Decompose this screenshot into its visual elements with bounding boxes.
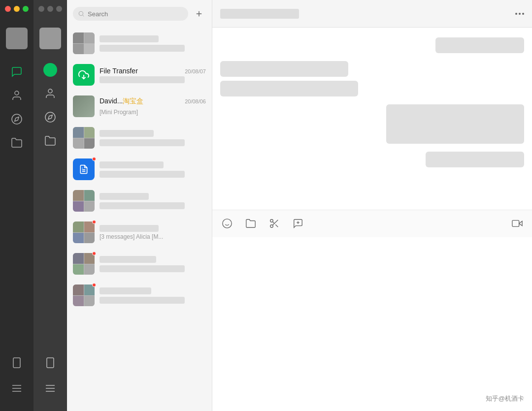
chat-content: [100, 161, 206, 178]
sidebar2-item-phone[interactable]: [39, 352, 61, 374]
maximize-button[interactable]: [23, 6, 29, 12]
svg-marker-2: [15, 117, 19, 121]
sidebar-item-contacts[interactable]: [6, 85, 28, 106]
svg-rect-3: [13, 358, 20, 368]
chat-avatar: [73, 190, 95, 212]
message-row-right: [220, 152, 524, 167]
user-avatar-medium[interactable]: [39, 28, 61, 49]
chat-list-item[interactable]: [67, 248, 212, 280]
svg-point-16: [79, 11, 83, 15]
unread-badge: [92, 283, 96, 287]
minimize-button[interactable]: [14, 6, 20, 12]
sidebar2-item-files[interactable]: [39, 130, 61, 152]
mac-btn-1: [38, 6, 44, 12]
message-bubble: [426, 152, 524, 167]
chat-content: [100, 287, 206, 304]
chat-list-item[interactable]: [67, 185, 212, 217]
chat-preview: [Mini Program]: [100, 109, 138, 116]
chat-list-item[interactable]: [67, 280, 212, 311]
svg-point-26: [270, 220, 273, 222]
mac-btn-3: [56, 6, 62, 12]
svg-point-27: [270, 225, 273, 228]
svg-point-1: [12, 114, 22, 124]
sidebar-item-discover[interactable]: [6, 108, 28, 130]
svg-marker-10: [48, 115, 52, 119]
chat-header-name: [220, 9, 299, 19]
chat-avatar: [73, 285, 95, 306]
chat-list-item-doc[interactable]: [67, 154, 212, 185]
chat-avatar: [73, 127, 95, 149]
more-options-button[interactable]: [515, 13, 524, 15]
sidebar-dark: [0, 0, 33, 411]
main-chat-area: 知乎@机酒卡: [212, 0, 532, 411]
message-bubble: [435, 37, 524, 53]
traffic-lights: [5, 6, 29, 12]
chat-list-item[interactable]: [67, 28, 212, 59]
search-bar[interactable]: [73, 7, 188, 21]
message-row-left: [220, 61, 524, 96]
search-icon: [78, 10, 85, 17]
chat-list-item[interactable]: [3 messages] Alicia [M...: [67, 217, 212, 248]
chat-toolbar: [212, 210, 532, 237]
unread-badge: [92, 157, 96, 161]
chat-time: 20/08/07: [185, 68, 206, 74]
svg-rect-34: [512, 221, 519, 227]
chat-content: File Transfer 20/08/07: [100, 67, 206, 83]
chat-input-area[interactable]: [212, 237, 532, 411]
search-input[interactable]: [88, 10, 183, 18]
sidebar2-bottom-icons: [39, 352, 61, 401]
chat-extras-button[interactable]: [291, 217, 305, 230]
svg-line-17: [83, 15, 84, 17]
video-call-button[interactable]: [510, 217, 524, 230]
message-bubble-large: [386, 104, 524, 144]
more-dot: [519, 13, 521, 15]
sidebar2-item-menu[interactable]: [39, 378, 61, 399]
message-row-right: [220, 37, 524, 53]
chat-content: [100, 256, 206, 272]
close-button[interactable]: [5, 6, 11, 12]
svg-point-8: [48, 89, 52, 93]
sidebar-item-chat[interactable]: [6, 61, 28, 83]
folder-button[interactable]: [244, 217, 258, 230]
unread-badge: [92, 220, 96, 224]
svg-rect-11: [47, 358, 54, 368]
sidebar2-item-chat[interactable]: [39, 59, 61, 81]
sidebar-item-menu[interactable]: [6, 378, 28, 399]
message-row-right: [220, 104, 524, 144]
message-bubble: [220, 61, 348, 77]
emoji-button[interactable]: [220, 217, 234, 230]
sidebar-bottom-icons: [6, 352, 28, 401]
chat-content: [100, 193, 206, 209]
svg-marker-33: [519, 221, 522, 225]
sidebar-medium: [33, 0, 67, 411]
svg-point-0: [15, 91, 19, 95]
more-dot: [522, 13, 524, 15]
chat-avatar: [73, 32, 95, 54]
chat-list-item-david[interactable]: David...淘宝盒 20/08/06 [Mini Program]: [67, 91, 212, 122]
chat-content: [100, 130, 206, 146]
chat-content: [100, 35, 206, 52]
chat-list-item-file-transfer[interactable]: File Transfer 20/08/07: [67, 59, 212, 91]
chat-preview: [3 messages] Alicia [M...: [100, 233, 198, 240]
mac-window-controls: [38, 6, 62, 12]
chat-list-panel: File Transfer 20/08/07 David...淘宝盒 20/08…: [67, 0, 212, 411]
chat-name: David...淘宝盒: [100, 97, 143, 106]
chat-content: [3 messages] Alicia [M...: [100, 225, 206, 240]
scissors-button[interactable]: [267, 217, 281, 230]
chat-avatar-david: [73, 95, 95, 117]
sidebar-item-phone[interactable]: [6, 352, 28, 374]
sidebar-item-files[interactable]: [6, 132, 28, 154]
add-chat-button[interactable]: [192, 7, 206, 21]
sidebar2-item-discover[interactable]: [39, 106, 61, 128]
chat-list-item[interactable]: [67, 122, 212, 154]
svg-point-23: [223, 219, 232, 228]
sidebar2-item-contacts[interactable]: [39, 83, 61, 104]
chat-name-highlight: 淘宝盒: [123, 97, 143, 105]
mac-btn-2: [47, 6, 53, 12]
chat-messages: [212, 28, 532, 210]
chat-avatar-file-transfer: [73, 64, 95, 86]
user-avatar[interactable]: [6, 28, 28, 49]
chat-avatar: [73, 221, 95, 243]
chat-list: File Transfer 20/08/07 David...淘宝盒 20/08…: [67, 28, 212, 411]
chat-header: [212, 0, 532, 28]
